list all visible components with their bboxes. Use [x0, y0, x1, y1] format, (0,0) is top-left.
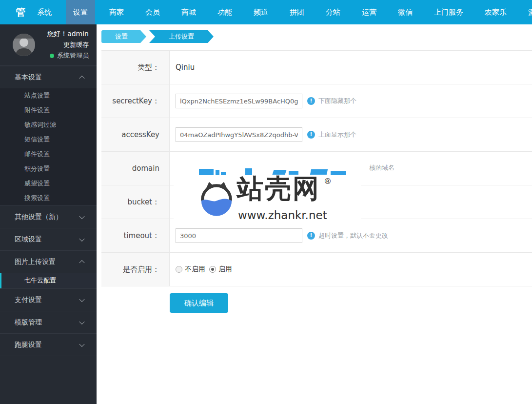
radio-option-disable[interactable]: 不启用 — [176, 265, 205, 274]
info-icon: ! — [307, 232, 315, 240]
form-row-secret-key: secrectKey： ! 下面隐藏那个 — [101, 84, 532, 118]
watermark-title: 站壳网 — [237, 176, 320, 202]
chevron-down-icon — [79, 236, 84, 241]
chevron-down-icon — [79, 319, 84, 324]
access-key-label: accessKey — [101, 118, 170, 151]
radio-unchecked-icon[interactable] — [176, 266, 182, 273]
chevron-down-icon — [79, 213, 84, 219]
info-icon: ! — [307, 131, 315, 139]
radio-disable-label: 不启用 — [185, 265, 205, 274]
chevron-up-icon — [79, 260, 84, 265]
timeout-hint-text: 超时设置，默认不要更改 — [318, 231, 388, 240]
sidebar-item-points-settings[interactable]: 积分设置 — [0, 162, 97, 176]
timeout-hint: ! 超时设置，默认不要更改 — [307, 231, 388, 240]
user-role-label: 系统管理员 — [57, 51, 89, 60]
secret-key-input[interactable] — [176, 94, 302, 108]
section-label: 其他设置（新） — [15, 213, 62, 221]
section-label: 模版管理 — [15, 318, 42, 326]
sidebar-item-site-settings[interactable]: 站点设置 — [0, 88, 97, 103]
sidebar-item-sensitive-word-filter[interactable]: 敏感词过滤 — [0, 118, 97, 132]
sidebar-section-image-upload-settings[interactable]: 图片上传设置 — [0, 250, 97, 273]
nav-item-operation[interactable]: 运营 — [355, 0, 384, 24]
sidebar-section-template-management[interactable]: 模版管理 — [0, 311, 97, 333]
breadcrumb-tab-upload-settings[interactable]: 上传设置 — [149, 30, 214, 43]
sidebar-section-errand-settings[interactable]: 跑腿设置 — [0, 333, 97, 356]
info-icon: ! — [307, 97, 315, 105]
user-greeting: 您好！admin — [35, 30, 89, 39]
timeout-label: timeout： — [101, 219, 170, 252]
main-content: 设置 上传设置 类型： Qiniu secrectKey： ! 下面隐藏那个 — [97, 24, 532, 404]
sidebar-section-payment-settings[interactable]: 支付设置 — [0, 288, 97, 311]
chevron-down-icon — [79, 296, 84, 302]
image-upload-submenu: 七牛云配置 — [0, 273, 97, 288]
nav-item-groupbuy[interactable]: 拼团 — [282, 0, 312, 24]
sidebar-item-sms-settings[interactable]: 短信设置 — [0, 132, 97, 147]
nav-item-features[interactable]: 功能 — [210, 0, 239, 24]
form-row-enabled: 是否启用： 不启用 启用 — [101, 253, 532, 286]
top-navbar: 管理中心 系统 设置 商家 会员 商城 功能 频道 拼团 分站 运营 微信 上门… — [0, 0, 532, 24]
chevron-up-icon — [79, 75, 84, 81]
sidebar-section-region-settings[interactable]: 区域设置 — [0, 228, 97, 250]
nav-item-system[interactable]: 系统 — [30, 0, 59, 24]
domain-hint-text: 核的域名 — [369, 163, 394, 172]
form-row-type: 类型： Qiniu — [101, 51, 532, 84]
basic-settings-submenu: 站点设置 附件设置 敏感词过滤 短信设置 邮件设置 积分设置 威望设置 搜索设置 — [0, 88, 97, 205]
section-label: 跑腿设置 — [15, 341, 42, 348]
radio-enable-label: 启用 — [218, 265, 232, 274]
radio-option-enable[interactable]: 启用 — [209, 265, 232, 274]
nav-item-door-service[interactable]: 上门服务 — [427, 0, 471, 24]
nav-item-farmhouse[interactable]: 农家乐 — [477, 0, 514, 24]
nav-item-member[interactable]: 会员 — [138, 0, 167, 24]
sidebar-section-basic-settings[interactable]: 基本设置 — [0, 66, 97, 88]
nav-item-hotel[interactable]: 酒店 — [521, 0, 532, 24]
nav-item-substation[interactable]: 分站 — [318, 0, 348, 24]
watermark: 站壳网 ® www.zhankr.net — [174, 161, 361, 225]
sidebar-item-email-settings[interactable]: 邮件设置 — [0, 147, 97, 162]
registered-mark: ® — [324, 177, 332, 186]
nav-item-merchant[interactable]: 商家 — [102, 0, 131, 24]
nav-item-settings[interactable]: 设置 — [66, 0, 95, 24]
confirm-edit-button[interactable]: 确认编辑 — [170, 293, 228, 313]
breadcrumb-tab-settings[interactable]: 设置 — [101, 30, 146, 43]
user-panel: 您好！admin 更新缓存 系统管理员 — [0, 24, 97, 66]
sidebar-section-other-settings-new[interactable]: 其他设置（新） — [0, 205, 97, 228]
access-key-input[interactable] — [176, 127, 302, 142]
enabled-label: 是否启用： — [101, 253, 170, 286]
domain-label: domain — [101, 152, 170, 185]
sidebar-item-qiniu-cloud-config[interactable]: 七牛云配置 — [0, 273, 97, 288]
watermark-url: www.zhankr.net — [238, 209, 327, 222]
app-title: 管理中心 — [0, 0, 26, 24]
secret-key-label: secrectKey： — [101, 84, 170, 118]
enabled-radio-group: 不启用 启用 — [176, 265, 236, 274]
access-key-hint-text: 上面显示那个 — [318, 130, 356, 139]
secret-key-hint-text: 下面隐藏那个 — [318, 97, 356, 105]
nav-item-wechat[interactable]: 微信 — [391, 0, 420, 24]
form-row-access-key: accessKey ! 上面显示那个 — [101, 118, 532, 152]
online-status-icon — [50, 54, 54, 58]
avatar — [13, 34, 35, 56]
top-nav-menu: 系统 设置 商家 会员 商城 功能 频道 拼团 分站 运营 微信 上门服务 农家… — [26, 0, 532, 24]
section-label: 区域设置 — [15, 235, 42, 243]
nav-item-mall[interactable]: 商城 — [174, 0, 203, 24]
bucket-label: bucket： — [101, 185, 170, 219]
sidebar-item-attachment-settings[interactable]: 附件设置 — [0, 103, 97, 118]
sidebar-item-prestige-settings[interactable]: 威望设置 — [0, 176, 97, 191]
chevron-down-icon — [79, 341, 84, 346]
sidebar-item-search-settings[interactable]: 搜索设置 — [0, 191, 97, 205]
cat-logo-icon — [198, 180, 235, 220]
section-label: 图片上传设置 — [15, 258, 56, 265]
nav-item-channel[interactable]: 频道 — [246, 0, 276, 24]
user-role: 系统管理员 — [35, 51, 89, 60]
refresh-cache-link[interactable]: 更新缓存 — [35, 40, 89, 49]
sidebar: 您好！admin 更新缓存 系统管理员 基本设置 站点设置 附件设置 敏感词过滤… — [0, 24, 97, 404]
secret-key-hint: ! 下面隐藏那个 — [307, 97, 356, 105]
breadcrumb: 设置 上传设置 — [101, 30, 214, 43]
radio-checked-icon[interactable] — [209, 266, 216, 273]
section-label: 基本设置 — [15, 73, 42, 81]
section-label: 支付设置 — [15, 296, 42, 303]
timeout-input[interactable] — [176, 228, 302, 243]
type-label: 类型： — [101, 51, 170, 84]
access-key-hint: ! 上面显示那个 — [307, 130, 356, 139]
type-value: Qiniu — [176, 63, 195, 72]
